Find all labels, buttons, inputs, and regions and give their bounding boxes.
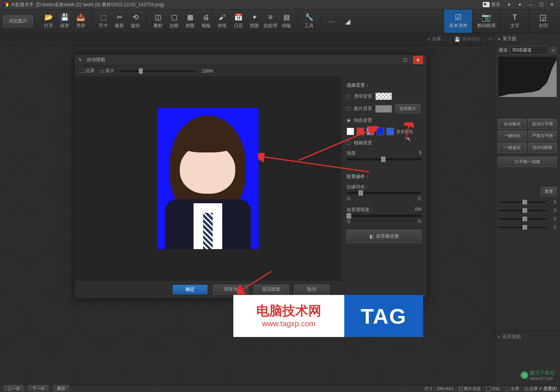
histogram-header[interactable]: 直方图	[495, 33, 560, 44]
app-title: 光影魔术手	[11, 2, 34, 8]
tool-save[interactable]: 💾保存	[57, 11, 73, 32]
eraser-button[interactable]: ◧前景橡皮擦	[347, 230, 422, 243]
watermark-icon: ◲	[539, 13, 548, 21]
tool-saveas[interactable]: 📤另存	[73, 11, 89, 32]
color-swatch[interactable]	[347, 128, 354, 135]
auto-btn[interactable]: 严重白平衡	[528, 131, 557, 141]
intensity-slider[interactable]	[347, 158, 422, 160]
tool-rotate[interactable]: ⟲旋转	[127, 11, 143, 32]
fullscreen-button[interactable]: ⛶全屏	[505, 386, 519, 392]
bg-solid-option[interactable]: 纯色背景	[347, 117, 422, 124]
channel-dropdown[interactable]: ▾	[550, 47, 556, 53]
watermark-tag: TAG	[344, 295, 423, 337]
fit-button[interactable]: ◱适屏	[524, 386, 538, 392]
tool-crop[interactable]: ✂裁剪	[111, 11, 127, 32]
dialog-titlebar[interactable]: ✎ 自动抠图 ☐ ✕	[75, 55, 427, 65]
channel-select[interactable]: RGB通道	[510, 46, 548, 55]
browse-images-button[interactable]: 浏览图片	[3, 15, 33, 27]
select-image-button[interactable]: 选择图片	[395, 104, 420, 113]
tool-template[interactable]: 🖨模板	[198, 11, 214, 32]
one-to-one-icon: ◻	[100, 68, 104, 74]
darkroom-icon: 📷	[482, 13, 491, 21]
dropdown-button[interactable]: ▾	[515, 0, 525, 9]
color-swatch[interactable]	[366, 128, 374, 135]
adjustment-slider[interactable]: 0	[495, 215, 560, 223]
feather-label: 边缘羽化：	[347, 184, 370, 190]
brush-icon: 🖌	[218, 13, 226, 21]
auto-btn[interactable]: 一键锐化	[498, 131, 527, 141]
cancel-button[interactable]: 取消	[294, 285, 329, 295]
tool-brush[interactable]: 🖌画笔	[214, 11, 230, 32]
tool-assets[interactable]: ◫素材	[150, 11, 166, 32]
tab-text[interactable]: T文字	[500, 10, 529, 33]
tool-calendar[interactable]: 📅日历	[230, 11, 246, 32]
adjustment-slider[interactable]: 0	[495, 206, 560, 215]
dialog-maximize-button[interactable]: ☐	[400, 56, 410, 64]
back-button[interactable]: 返回抠图	[254, 285, 289, 295]
more-colors-link[interactable]: 更多颜色	[396, 129, 413, 134]
auto-btn[interactable]: 一键减光	[498, 143, 527, 153]
reset-button[interactable]: 重置	[541, 187, 557, 196]
disk-icon: 💾	[454, 37, 460, 42]
saveas-button[interactable]: 另存为	[213, 285, 248, 295]
tool-layout[interactable]: ▤排版	[278, 11, 295, 32]
dialog-side-panel: 选择背景： 透明背景 图片背景 选择图片 纯色背景 更多颜色 模糊背景	[341, 77, 427, 280]
share-icon: <	[428, 37, 430, 42]
pin-button[interactable]: ▾	[504, 0, 514, 9]
feather-slider[interactable]	[347, 192, 422, 194]
next-image-button[interactable]: 下一张	[29, 385, 48, 392]
transparency-swatch	[375, 92, 392, 100]
tool-tools[interactable]: 🔧工具	[301, 11, 317, 32]
auto-btn[interactable]: 自动曝光	[498, 119, 527, 129]
color-swatch[interactable]	[376, 128, 384, 135]
file-path: [D:\tools\桌面\work (2) \work (0) 素材\2022-…	[36, 2, 164, 8]
share-button[interactable]: <分享	[428, 36, 441, 42]
adjustment-slider[interactable]: 0	[495, 198, 560, 206]
tab-darkroom[interactable]: 📷数码暗房	[472, 10, 500, 33]
accordion-night[interactable]: 夜景抠图	[495, 331, 560, 342]
wb-picker-button[interactable]: 白平衡一指键	[498, 157, 557, 167]
tool-resize[interactable]: ⬚尺寸	[95, 11, 111, 32]
save-action-button[interactable]: 💾保存动作	[454, 36, 480, 42]
maximize-button[interactable]: ☐	[536, 0, 546, 9]
title-bar: 光影魔术手 [D:\tools\桌面\work (2) \work (0) 素材…	[0, 0, 560, 10]
login-button[interactable]: 登录	[483, 2, 500, 8]
tool-frame[interactable]: ▢边框	[166, 11, 182, 32]
fit-screen-button[interactable]: ⛶适屏	[79, 68, 94, 74]
dialog-close-button[interactable]: ✕	[413, 56, 423, 64]
prev-image-button[interactable]: 上一张	[4, 385, 23, 392]
bg-transparent-option[interactable]: 透明背景	[347, 92, 422, 100]
collage-icon: ▦	[186, 13, 194, 21]
tool-open[interactable]: 📂打开	[41, 11, 57, 32]
tab-adjust[interactable]: ☑基本调整	[444, 10, 472, 33]
compare-toggle[interactable]: 对比	[486, 386, 500, 392]
tool-collage[interactable]: ▦拼图	[182, 11, 198, 32]
ok-button[interactable]: 确定	[173, 285, 208, 295]
delete-button[interactable]: 删除	[54, 385, 69, 392]
status-bar: 上一张 下一张 删除 尺寸：295×413 图片信息 对比 ⛶全屏 ◱适屏 ◻原…	[0, 385, 560, 392]
original-size-button[interactable]: ◻原大	[100, 68, 114, 74]
color-swatch[interactable]	[357, 128, 364, 135]
tool-cutout[interactable]: ✦抠图	[246, 11, 262, 32]
image-info-toggle[interactable]: 图片信息	[459, 386, 481, 392]
bg-image-option[interactable]: 图片背景 选择图片	[347, 104, 422, 113]
minimize-button[interactable]: ─	[526, 0, 536, 9]
intensity-value: 5	[419, 150, 422, 157]
cutout-icon: ✦	[251, 13, 258, 21]
zoom-slider[interactable]	[120, 70, 196, 72]
auto-btn[interactable]: 高ISO降噪	[528, 143, 557, 153]
color-swatch[interactable]	[386, 128, 394, 135]
main-toolbar: 浏览图片 📂打开💾保存📤另存⬚尺寸✂裁剪⟲旋转◫素材▢边框▦拼图🖨模板🖌画笔📅日…	[0, 10, 560, 33]
tool-batch[interactable]: ≡批处理	[262, 11, 278, 32]
cursor-icon: ↖	[407, 136, 411, 142]
frame-icon: ▢	[170, 13, 178, 21]
adjustment-slider[interactable]: 0	[495, 223, 560, 232]
expand-panel-button[interactable]: ▸ 展开(1)	[540, 386, 557, 391]
dropper-tool[interactable]: ◢	[340, 11, 356, 32]
more-tools[interactable]: ⋯	[324, 11, 340, 32]
dialog-canvas[interactable]	[75, 77, 341, 280]
auto-btn[interactable]: 自动白平衡	[528, 119, 557, 129]
tab-watermark[interactable]: ◲水印	[529, 10, 557, 33]
opacity-slider[interactable]	[347, 215, 422, 217]
close-button[interactable]: ✕	[547, 0, 557, 9]
